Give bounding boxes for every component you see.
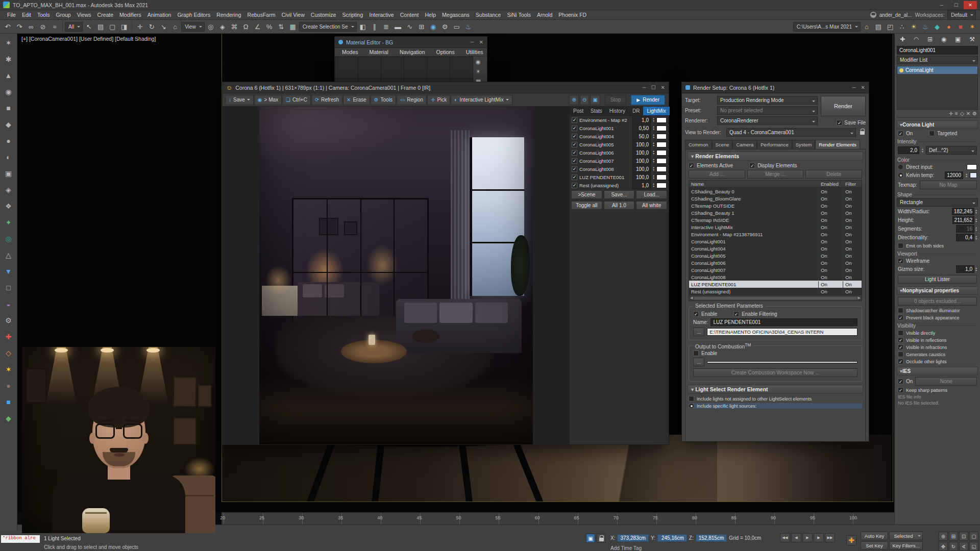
target-dropdown[interactable]: Production Rendering Mode <box>717 96 818 105</box>
menu-item[interactable]: Scripting <box>339 12 366 18</box>
lightmix-color-swatch[interactable] <box>656 158 667 164</box>
x-coordinate-field[interactable]: 373,283cm <box>617 534 648 542</box>
show-end-result-icon[interactable]: ≡ <box>955 111 958 116</box>
stop-button[interactable]: Stop <box>605 95 627 105</box>
go-to-end-button[interactable]: ▶▶ <box>825 533 835 542</box>
lightmix-slider-row[interactable]: CoronaLight004 50,0 <box>570 132 669 140</box>
percent-snap-icon[interactable]: % <box>264 21 275 32</box>
angle-snap-icon[interactable]: ∠ <box>252 21 263 32</box>
workspace-dropdown[interactable]: Default <box>947 10 976 20</box>
spinner[interactable] <box>975 218 977 223</box>
menu-item[interactable]: Arnold <box>534 12 555 18</box>
left-tool-icon[interactable]: ◇ <box>3 347 15 359</box>
object-name-field[interactable]: CoronaLight001 <box>897 46 978 55</box>
render-setup-icon[interactable]: ⚙ <box>439 21 451 32</box>
set-key-button[interactable]: Set Key <box>861 541 888 550</box>
menu-item[interactable]: Customize <box>308 12 339 18</box>
asset-tracking-icon[interactable]: ◰ <box>885 21 896 32</box>
copy-button[interactable]: ❏ Ctrl+C <box>282 95 311 105</box>
lightmix-value-field[interactable]: 1,0 <box>632 182 651 189</box>
visibility-checkbox[interactable] <box>898 337 903 343</box>
direct-input-radio[interactable] <box>898 164 903 170</box>
spinner[interactable] <box>653 134 654 139</box>
lightmix-color-swatch[interactable] <box>656 117 667 123</box>
send-to-max-button[interactable]: ◉ > Max <box>254 95 282 105</box>
lightmix-enable-checkbox[interactable] <box>572 126 577 131</box>
modifier-stack[interactable]: CoronaLight <box>897 66 978 110</box>
select-by-name-icon[interactable]: ▤ <box>95 21 106 32</box>
zoom-region-icon[interactable]: ▢ <box>969 532 978 541</box>
material-sample-slot[interactable] <box>427 57 450 79</box>
select-and-place-icon[interactable]: ⌂ <box>169 21 181 32</box>
load-lightmix-button[interactable]: Load... <box>636 190 667 199</box>
texmap-button[interactable]: No Map <box>920 181 977 189</box>
create-tab-icon[interactable]: ✚ <box>900 36 905 43</box>
scene-explorer-icon[interactable]: ▤ <box>873 21 884 32</box>
project-path-dropdown[interactable]: C:\Users\A...s Max 2021 <box>793 22 861 32</box>
lightmix-value-field[interactable]: 100,0 <box>632 141 651 148</box>
menu-item[interactable]: Views <box>74 12 94 18</box>
lightmix-color-swatch[interactable] <box>656 150 667 156</box>
left-tool-icon[interactable]: ◉ <box>3 86 15 98</box>
configure-modifier-sets-icon[interactable]: ⚙ <box>972 111 977 116</box>
zoom-icon[interactable]: ⊕ <box>939 532 948 541</box>
rollout-light-select[interactable]: Light Select Render Element <box>688 385 863 394</box>
erase-button[interactable]: ✕ Erase <box>343 95 370 105</box>
material-sample-slot[interactable] <box>381 57 404 79</box>
phoenix-icon[interactable]: ✶ <box>967 21 978 32</box>
render-element-row[interactable]: Interactive LightMix On On <box>689 223 862 231</box>
selection-lock-toggle-icon[interactable] <box>597 534 606 543</box>
selection-filter-dropdown[interactable]: All <box>65 22 83 32</box>
width-field[interactable]: 182,245 <box>952 208 974 215</box>
make-unique-icon[interactable]: ◇ <box>960 111 964 116</box>
select-and-scale-icon[interactable]: ↘ <box>158 21 169 32</box>
combustion-path-field[interactable] <box>707 361 857 363</box>
select-and-move-icon[interactable]: ✛ <box>134 21 145 32</box>
spinner[interactable] <box>653 142 654 147</box>
lightmix-color-swatch[interactable] <box>656 166 667 172</box>
lightmix-enable-checkbox[interactable] <box>572 150 577 156</box>
minimize-button[interactable]: ─ <box>471 39 474 45</box>
all-white-button[interactable]: All white <box>636 201 667 210</box>
scroll-left-icon[interactable]: ◀ <box>690 296 693 300</box>
maximize-button[interactable]: ☐ <box>651 85 656 90</box>
left-tool-icon[interactable]: ✶ <box>3 363 15 375</box>
auto-key-button[interactable]: Auto Key <box>861 532 888 540</box>
column-header-filter[interactable]: Filter <box>843 181 862 187</box>
render-element-row[interactable]: CoronaLight007 On On <box>689 266 862 273</box>
left-tool-icon[interactable]: ❖ <box>3 200 15 212</box>
minimize-window-button[interactable]: ─ <box>935 1 948 9</box>
delete-element-button[interactable]: Delete <box>805 170 862 179</box>
add-time-tag[interactable]: Add Time Tag <box>610 545 642 551</box>
pick-button[interactable]: ✛ Pick <box>427 95 450 105</box>
spinner[interactable] <box>922 148 923 153</box>
ies-on-checkbox[interactable] <box>898 379 903 384</box>
left-tool-icon[interactable]: ◆ <box>3 118 15 131</box>
zoom-all-icon[interactable]: ⊞ <box>949 532 958 541</box>
pan-icon[interactable]: ✥ <box>939 542 948 551</box>
scrollbar-thumb[interactable] <box>694 296 856 300</box>
menu-item[interactable]: Interactive <box>366 12 397 18</box>
menu-item[interactable]: Help <box>422 12 439 18</box>
go-to-start-button[interactable]: ◀◀ <box>780 533 790 542</box>
table-horizontal-scrollbar[interactable]: ◀ ▶ <box>689 295 862 301</box>
isolate-selection-toggle-icon[interactable]: ▣ <box>586 534 595 543</box>
layer-explorer-icon[interactable]: ≣ <box>381 21 392 32</box>
left-tool-icon[interactable]: ▼ <box>3 265 15 278</box>
lightmix-enable-checkbox[interactable] <box>572 134 577 139</box>
key-filter-selected-dropdown[interactable]: Selected <box>889 532 923 540</box>
save-lightmix-button[interactable]: Save... <box>604 190 635 199</box>
material-sample-slot[interactable] <box>358 57 381 79</box>
render-button[interactable]: ▶ Render <box>631 95 665 105</box>
direct-color-swatch[interactable] <box>967 164 977 170</box>
refresh-button[interactable]: ⟳ Refresh <box>311 95 342 105</box>
megascans-icon[interactable]: ◆ <box>932 21 943 32</box>
viewport-label[interactable]: [+] [CoronaCamera001] [User Defined] [De… <box>21 36 156 42</box>
select-and-manipulate-icon[interactable]: ◈ <box>217 21 228 32</box>
left-tool-icon[interactable]: △ <box>3 249 15 261</box>
menu-item[interactable]: Animation <box>144 12 175 18</box>
spinner[interactable] <box>975 235 977 240</box>
shadowcatcher-checkbox[interactable] <box>898 308 903 313</box>
left-tool-icon[interactable]: ✶ <box>3 37 15 49</box>
render-element-row[interactable]: CoronaLight004 On On <box>689 245 862 252</box>
